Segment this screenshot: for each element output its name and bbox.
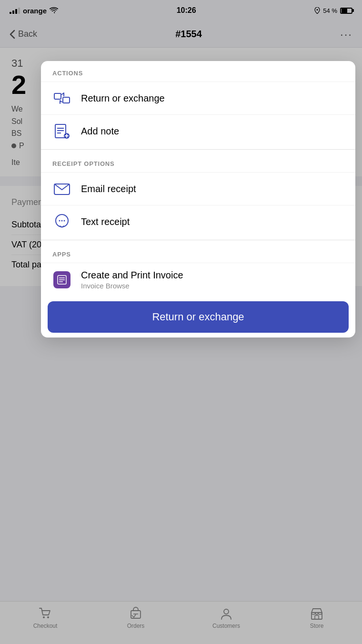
apps-header: APPS (41, 242, 355, 263)
add-note-item[interactable]: Add note (41, 114, 355, 147)
dropdown-menu: ACTIONS Return or exchange Add not (41, 61, 355, 337)
return-exchange-button[interactable]: Return or exchange (48, 301, 349, 333)
svg-point-13 (61, 220, 63, 222)
divider-2 (41, 240, 355, 240)
divider-1 (41, 149, 355, 150)
svg-rect-1 (54, 93, 61, 99)
text-receipt-icon (52, 212, 71, 231)
return-exchange-item[interactable]: Return or exchange (41, 82, 355, 114)
add-note-icon (52, 122, 71, 141)
create-invoice-item[interactable]: Create and Print Invoice Invoice Browse (41, 263, 355, 296)
text-receipt-item[interactable]: Text receipt (41, 205, 355, 238)
text-receipt-label: Text receipt (81, 216, 130, 227)
return-exchange-label: Return or exchange (81, 93, 165, 104)
svg-point-14 (64, 220, 65, 222)
email-receipt-label: Email receipt (81, 184, 136, 194)
return-exchange-icon (52, 89, 71, 108)
svg-point-12 (59, 220, 60, 222)
svg-rect-2 (63, 97, 70, 103)
invoice-browse-sublabel: Invoice Browse (81, 282, 183, 290)
create-invoice-label: Create and Print Invoice (81, 270, 183, 281)
add-note-label: Add note (81, 126, 119, 137)
email-icon (52, 179, 71, 198)
actions-header: ACTIONS (41, 61, 355, 82)
invoice-item-text: Create and Print Invoice Invoice Browse (81, 270, 183, 290)
receipt-options-header: RECEIPT OPTIONS (41, 152, 355, 172)
invoice-icon (52, 270, 71, 289)
email-receipt-item[interactable]: Email receipt (41, 172, 355, 205)
